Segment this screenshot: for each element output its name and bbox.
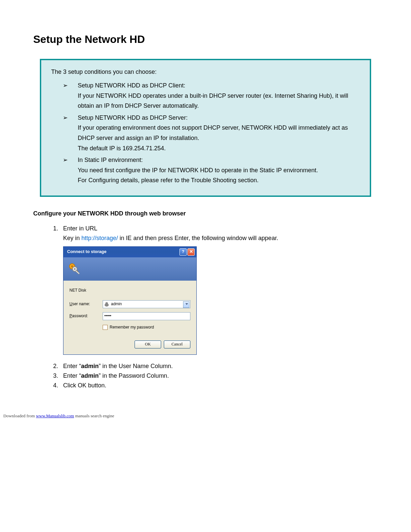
footer: Downloaded from www.Manualslib.com manua… xyxy=(3,413,411,419)
username-label: User name: xyxy=(69,301,103,307)
keys-icon xyxy=(67,262,82,276)
footer-link[interactable]: www.Manualslib.com xyxy=(36,413,74,418)
dialog-header xyxy=(63,257,196,281)
bullet-body2: The default IP is 169.254.71.254. xyxy=(78,145,166,152)
username-combo[interactable]: admin xyxy=(103,300,190,308)
chevron-down-icon xyxy=(185,303,188,305)
ok-button[interactable]: OK xyxy=(135,340,161,348)
step-item: Enter “admin” in the User Name Column. xyxy=(60,361,378,371)
page-title: Setup the Network HD xyxy=(33,33,378,46)
close-button[interactable]: ✕ xyxy=(187,248,195,256)
step-item: Enter “admin” in the Password Column. xyxy=(60,371,378,381)
info-box: The 3 setup conditions you can choose: S… xyxy=(40,59,371,197)
bullet-body: You need first configure the IP for NETW… xyxy=(78,167,318,174)
bullet-body: If your NETWORK HDD operates under a bui… xyxy=(78,92,348,109)
svg-point-4 xyxy=(74,268,76,270)
step-item: Enter in URL Key in http://storage/ in I… xyxy=(60,224,378,355)
bullet-body: If your operating environment does not s… xyxy=(78,124,348,141)
password-label: Password: xyxy=(69,313,103,319)
help-button[interactable]: ? xyxy=(179,248,187,256)
login-dialog: Connect to storage ? ✕ xyxy=(63,246,197,355)
username-value: admin xyxy=(111,301,122,307)
step-title: Enter in URL xyxy=(63,225,97,232)
bullet-item: In Static IP environment: You need first… xyxy=(51,155,360,186)
password-input[interactable]: ••••• xyxy=(103,312,190,320)
bullet-title: In Static IP environment: xyxy=(78,157,143,163)
cancel-button[interactable]: Cancel xyxy=(164,340,190,348)
svg-point-1 xyxy=(71,265,73,267)
dialog-title: Connect to storage xyxy=(67,248,106,255)
bullet-item: Setup NETWORK HDD as DHCP Server: If you… xyxy=(51,113,360,153)
inline-link: http://storage/ xyxy=(81,235,118,241)
bullet-item: Setup NETWORK HDD as DHCP Client: If you… xyxy=(51,80,360,111)
netdisk-label: NET Disk xyxy=(69,287,190,294)
password-value: ••••• xyxy=(104,313,111,319)
bullet-body2: For Configuring details, please refer to… xyxy=(78,177,258,184)
bullet-title: Setup NETWORK HDD as DHCP Client: xyxy=(78,82,185,89)
step-text: Key in xyxy=(63,235,81,241)
step-item: Click OK button. xyxy=(60,381,378,390)
step-text: in IE and then press Enter, the followin… xyxy=(118,235,278,241)
user-icon xyxy=(104,302,109,307)
bullet-title: Setup NETWORK HDD as DHCP Server: xyxy=(78,114,188,121)
info-intro: The 3 setup conditions you can choose: xyxy=(51,68,360,75)
dialog-titlebar: Connect to storage ? ✕ xyxy=(63,247,196,257)
remember-checkbox[interactable] xyxy=(103,325,108,330)
section-subhead: Configure your NETWORK HDD through web b… xyxy=(33,210,378,217)
remember-label: Remember my password xyxy=(110,324,154,331)
